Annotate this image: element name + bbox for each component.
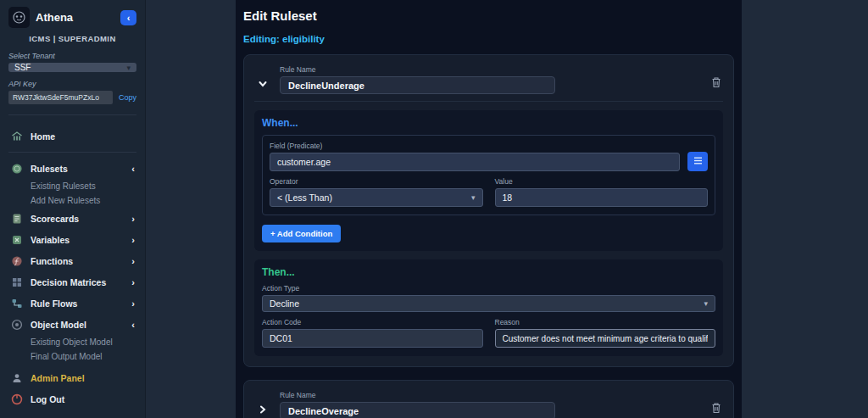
rule-name-label: Rule Name: [280, 65, 555, 74]
edit-ruleset-panel: Edit Ruleset Editing: eligibility Rule N…: [236, 0, 742, 418]
sidebar-item-label: Admin Panel: [31, 373, 85, 383]
sidebar-item-variables[interactable]: Variables ›: [8, 229, 136, 250]
action-code-input[interactable]: [262, 329, 483, 348]
sidebar-item-decision-matrices[interactable]: Decision Matrices ›: [8, 271, 136, 293]
value-label: Value: [495, 177, 709, 186]
chevron-down-icon: ▾: [471, 193, 476, 202]
home-icon: [10, 130, 23, 142]
when-section: When... Field (Predicate) Operator: [254, 110, 723, 251]
trash-icon: [711, 78, 721, 91]
object-model-icon: [10, 318, 23, 331]
sidebar-item-label: Rule Flows: [31, 298, 77, 309]
action-type-select[interactable]: Decline ▾: [262, 295, 715, 312]
sidebar-item-existing-object-model[interactable]: Existing Object Model: [8, 335, 136, 349]
rule-header: Rule Name: [254, 387, 723, 418]
add-condition-button[interactable]: + Add Condition: [262, 225, 341, 242]
sidebar-item-existing-rulesets[interactable]: Existing Rulesets: [8, 179, 136, 193]
scorecards-icon: [10, 212, 23, 225]
chevron-right-icon: ›: [131, 214, 135, 224]
sidebar-item-object-model[interactable]: Object Model ‹: [8, 314, 136, 335]
action-type-value: Decline: [270, 298, 299, 309]
chevron-right-icon: ›: [131, 235, 135, 245]
sidebar-item-admin-panel[interactable]: Admin Panel: [8, 367, 136, 388]
sidebar-item-label: Scorecards: [31, 214, 79, 224]
chevron-down-icon: ▾: [704, 299, 708, 308]
reason-label: Reason: [495, 318, 716, 326]
athena-logo-icon: [8, 7, 30, 28]
admin-panel-icon: [10, 371, 23, 384]
field-predicate-label: Field (Predicate): [270, 142, 680, 150]
field-picker-button[interactable]: [687, 152, 708, 171]
value-input[interactable]: [495, 188, 709, 207]
rule-name-label: Rule Name: [280, 391, 555, 399]
sidebar-item-scorecards[interactable]: Scorecards ›: [8, 208, 136, 229]
field-predicate-input[interactable]: [270, 153, 680, 171]
sidebar-item-label: Functions: [31, 256, 73, 266]
rule-name-input[interactable]: [280, 402, 555, 418]
decision-matrices-icon: [10, 276, 23, 288]
sidebar-item-rulesets[interactable]: Rulesets ‹: [8, 158, 136, 179]
editing-ruleset-label: Editing: eligibility: [243, 34, 734, 44]
select-tenant-label: Select Tenant: [8, 52, 136, 60]
chevron-right-icon[interactable]: [256, 403, 270, 416]
copy-api-key-button[interactable]: Copy: [119, 93, 136, 102]
sidebar-nav: Home Rulesets ‹ Existing Rulesets Add Ne…: [8, 125, 136, 388]
trash-icon: [711, 404, 721, 416]
sidebar-item-final-output-model[interactable]: Final Output Model: [8, 349, 136, 364]
delete-rule-button[interactable]: [711, 76, 721, 91]
rule-header: Rule Name: [254, 62, 723, 102]
sidebar-item-functions[interactable]: Functions ›: [8, 250, 136, 271]
sidebar-item-rule-flows[interactable]: Rule Flows ›: [8, 293, 136, 314]
page-title: Edit Ruleset: [243, 8, 734, 23]
delete-rule-button[interactable]: [711, 402, 721, 416]
api-key-label: API Key: [8, 80, 136, 88]
rule-name-input[interactable]: [280, 76, 555, 94]
operator-select[interactable]: < (Less Than) ▾: [270, 188, 483, 207]
chevron-down-icon: ▾: [126, 64, 131, 72]
chevron-right-icon: ›: [131, 298, 135, 309]
brand-name: Athena: [36, 11, 73, 24]
sidebar-item-home[interactable]: Home: [8, 125, 136, 147]
chevron-right-icon: ›: [131, 256, 135, 266]
functions-icon: [10, 254, 23, 267]
logout-label: Log Out: [31, 394, 64, 404]
tenant-select-value: SSF: [14, 63, 31, 72]
chevron-down-icon[interactable]: [256, 77, 270, 91]
sidebar-item-label: Object Model: [31, 320, 86, 330]
tenant-role-subtitle: ICMS | SUPERADMIN: [8, 34, 136, 43]
divider: [8, 114, 136, 115]
sidebar-item-label: Decision Matrices: [31, 277, 106, 287]
then-title: Then...: [262, 266, 715, 278]
rule-card-decline-underage: Rule Name When... Field (Predicate): [243, 54, 734, 367]
sidebar-collapse-button[interactable]: ‹: [120, 10, 136, 25]
tenant-select[interactable]: SSF ▾: [8, 63, 136, 72]
operator-label: Operator: [270, 177, 483, 186]
action-code-label: Action Code: [262, 318, 483, 326]
reason-input[interactable]: [495, 329, 716, 348]
then-section: Then... Action Type Decline ▾ Action Cod…: [254, 259, 723, 356]
sidebar-item-label: Variables: [31, 235, 70, 245]
operator-select-value: < (Less Than): [277, 192, 332, 203]
action-type-label: Action Type: [262, 284, 715, 293]
chevron-right-icon: ›: [131, 277, 135, 287]
rule-flows-icon: [10, 297, 23, 309]
rulesets-icon: [10, 162, 23, 175]
divider: [8, 152, 136, 153]
sidebar-item-label: Rulesets: [31, 164, 68, 174]
logout-button[interactable]: Log Out: [8, 388, 136, 410]
variables-icon: [10, 233, 23, 246]
when-title: When...: [262, 117, 715, 129]
api-key-value[interactable]: RW37JktwSdeF5muPZxLo: [8, 91, 113, 104]
sidebar-item-add-new-rulesets[interactable]: Add New Rulesets: [8, 193, 136, 208]
condition-box: Field (Predicate) Operator < (Less Than)…: [262, 135, 715, 215]
chevron-left-icon: ‹: [131, 164, 135, 174]
chevron-left-icon: ‹: [131, 320, 135, 330]
rule-card-decline-overage: Rule Name: [243, 380, 734, 418]
chevron-left-icon: ‹: [127, 13, 131, 23]
logout-icon: [10, 393, 23, 405]
brand-row: Athena ‹: [8, 7, 136, 28]
list-icon: [693, 155, 703, 168]
sidebar: Athena ‹ ICMS | SUPERADMIN Select Tenant…: [0, 0, 146, 418]
sidebar-item-label: Home: [31, 131, 55, 142]
